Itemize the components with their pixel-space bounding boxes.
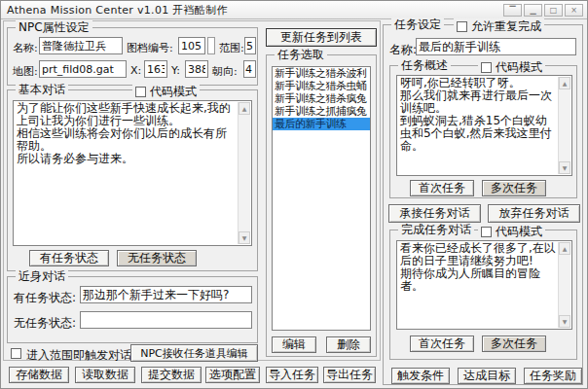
basic-dialog-group-label: 基本对话 xyxy=(16,83,68,96)
abandon-task-dialog-button[interactable]: 放弃任务对话 xyxy=(488,204,580,223)
export-task-button[interactable]: 导出任务 xyxy=(323,367,376,383)
basic-code-mode-label: 代码模式 xyxy=(150,84,197,100)
update-task-list-button[interactable]: 更新任务到列表 xyxy=(266,28,377,47)
near-dialog-group: 近身对话 有任务状态: 无任务状态: xyxy=(7,276,258,343)
trigger-range-checkbox[interactable] xyxy=(11,348,21,359)
map-input[interactable] xyxy=(39,60,127,78)
complete-dialog-group: 完成任务对话 代码模式 看来你已经成长了很多了,在以后的日子里请继续努力吧! 期… xyxy=(389,230,577,360)
task-summary-group: 任务概述 代码模式 呀呵,你已经转职了呀。 那么我们就来再进行最后一次训练吧。 … xyxy=(389,65,577,198)
facing-label: 朝向: xyxy=(212,64,238,79)
app-window: Athena Mission Center v1.01 开裆酷制作 ▔ ▁ □ … xyxy=(0,0,588,389)
allow-repeat-checkbox[interactable] xyxy=(457,21,467,32)
complete-code-mode-label: 代码模式 xyxy=(496,224,542,240)
near-has-task-label: 有任务状态: xyxy=(14,290,76,306)
task-name-label: 名称: xyxy=(389,42,417,58)
trigger-range-label: 进入范围即触发对话框 xyxy=(26,347,143,364)
basic-dialog-scrollbar[interactable]: ▲ ▼ xyxy=(238,102,250,244)
options-config-button[interactable]: 选项配置 xyxy=(205,367,260,383)
task-summary-textarea[interactable]: 呀呵,你已经转职了呀。 那么我们就来再进行最后一次训练吧。 到蚂蚁洞去,猎杀15… xyxy=(396,75,572,176)
npc-settings-group: NPC属性设定 名称: 图档编号: 范围: 地图: X: Y: 朝向: xyxy=(7,27,258,86)
y-label: Y: xyxy=(171,64,180,77)
task-list-item-selected[interactable]: 最后的新手训练 xyxy=(273,118,370,130)
submit-data-button[interactable]: 提交数据 xyxy=(141,367,202,383)
load-data-button[interactable]: 读取数据 xyxy=(75,367,135,383)
edit-task-button[interactable]: 编辑 xyxy=(272,336,316,353)
task-select-group: 任务选取 新手训练之猎杀波利 新手训练之猎杀虫蛹 新手训练之猎杀疯兔 新手训练之… xyxy=(266,54,377,357)
complete-multi-task-button[interactable]: 多次任务 xyxy=(482,336,546,352)
task-list-item[interactable]: 新手训练之抓捕疯兔 xyxy=(273,105,370,118)
npc-settings-group-label: NPC属性设定 xyxy=(16,20,92,34)
task-settings-group: 任务设定 允许重复完成 名称: 任务概述 代码模式 呀呵,你已经转职了呀。 那么… xyxy=(383,24,583,385)
near-has-task-input[interactable] xyxy=(80,286,252,303)
allow-repeat-wrap: 允许重复完成 xyxy=(454,18,544,35)
complete-dialog-scrollbar[interactable]: ▲ ▼ xyxy=(558,242,570,328)
summary-code-mode-checkbox[interactable] xyxy=(481,62,492,73)
scroll-down-icon[interactable]: ▼ xyxy=(559,161,570,174)
near-no-task-input[interactable] xyxy=(80,311,252,329)
summary-code-mode-label: 代码模式 xyxy=(496,59,542,76)
task-list-item[interactable]: 新手训练之猎杀疯兔 xyxy=(273,92,370,105)
map-label: 地图: xyxy=(13,64,38,79)
task-summary-group-label: 任务概述 xyxy=(398,58,451,72)
window-title: Athena Mission Center v1.01 开裆酷制作 xyxy=(1,3,228,18)
basic-dialog-group: 基本对话 代码模式 为了能让你们这些新手快速成长起来,我的上司让我为你们进行一些… xyxy=(7,89,258,271)
no-task-state-button[interactable]: 无任务状态 xyxy=(117,250,197,266)
shade-icon[interactable]: ▔ xyxy=(503,4,522,17)
range-input[interactable] xyxy=(244,37,256,54)
near-dialog-group-label: 近身对话 xyxy=(16,269,68,283)
task-reward-button[interactable]: 任务奖励 xyxy=(524,368,582,384)
accept-task-dialog-button[interactable]: 承接任务对话 xyxy=(388,204,481,223)
scroll-down-icon[interactable]: ▼ xyxy=(239,231,250,244)
summary-code-mode-wrap: 代码模式 xyxy=(478,59,545,76)
complete-dialog-text: 看来你已经成长了很多了,在以后的日子里请继续努力吧! 期待你成为人所瞩目的冒险者… xyxy=(398,242,557,328)
sprite-id-input[interactable] xyxy=(178,37,205,54)
task-summary-scrollbar[interactable]: ▲ ▼ xyxy=(558,77,570,174)
y-input[interactable] xyxy=(185,60,208,78)
maximize-icon[interactable]: □ xyxy=(544,4,563,17)
scroll-up-icon[interactable]: ▲ xyxy=(559,77,570,89)
basic-dialog-text: 为了能让你们这些新手快速成长起来,我的上司让我为你们进行一些训练。 相信这些训练… xyxy=(15,102,237,244)
title-bar[interactable]: Athena Mission Center v1.01 开裆酷制作 ▔ ▁ □ … xyxy=(1,1,587,19)
summary-first-task-button[interactable]: 首次任务 xyxy=(410,180,474,196)
range-label: 范围: xyxy=(219,41,244,55)
task-summary-text: 呀呵,你已经转职了呀。 那么我们就来再进行最后一次训练吧。 到蚂蚁洞去,猎杀15… xyxy=(398,77,557,174)
scroll-down-icon[interactable]: ▼ xyxy=(559,315,570,328)
complete-code-mode-checkbox[interactable] xyxy=(481,227,492,237)
complete-first-task-button[interactable]: 首次任务 xyxy=(410,336,474,352)
allow-repeat-label: 允许重复完成 xyxy=(471,18,541,35)
complete-code-mode-wrap: 代码模式 xyxy=(478,224,545,240)
window-controls: ▔ ▁ □ × xyxy=(503,4,583,17)
x-input[interactable] xyxy=(144,60,167,78)
save-data-button[interactable]: 存储数据 xyxy=(9,367,69,383)
scroll-up-icon[interactable]: ▲ xyxy=(559,242,570,255)
basic-code-mode-wrap: 代码模式 xyxy=(132,84,200,100)
achieve-goal-button[interactable]: 达成目标 xyxy=(458,368,516,384)
task-list-item[interactable]: 新手训练之猎杀波利 xyxy=(273,67,370,80)
npc-name-label: 名称: xyxy=(13,41,38,55)
sprite-id-spinner[interactable] xyxy=(207,37,215,54)
x-label: X: xyxy=(130,64,141,77)
trigger-condition-button[interactable]: 触发条件 xyxy=(391,368,450,384)
import-task-button[interactable]: 导入任务 xyxy=(266,367,318,383)
complete-dialog-group-label: 完成任务对话 xyxy=(398,223,474,236)
task-list-items: 新手训练之猎杀波利 新手训练之猎杀虫蛹 新手训练之猎杀疯兔 新手训练之抓捕疯兔 … xyxy=(273,67,370,130)
scroll-up-icon[interactable]: ▲ xyxy=(239,102,250,115)
minimize-icon[interactable]: ▁ xyxy=(524,4,542,17)
has-task-state-button[interactable]: 有任务状态 xyxy=(29,250,109,266)
task-list-item[interactable]: 新手训练之猎杀虫蛹 xyxy=(273,80,370,92)
near-no-task-label: 无任务状态: xyxy=(14,315,76,332)
basic-code-mode-checkbox[interactable] xyxy=(135,87,146,97)
basic-dialog-textarea[interactable]: 为了能让你们这些新手快速成长起来,我的上司让我为你们进行一些训练。 相信这些训练… xyxy=(13,100,252,246)
facing-input[interactable] xyxy=(243,60,256,78)
delete-task-button[interactable]: 删除 xyxy=(326,336,371,353)
summary-multi-task-button[interactable]: 多次任务 xyxy=(482,180,546,196)
task-settings-group-label: 任务设定 xyxy=(391,18,444,31)
complete-dialog-textarea[interactable]: 看来你已经成长了很多了,在以后的日子里请继续努力吧! 期待你成为人所瞩目的冒险者… xyxy=(396,240,572,330)
task-select-group-label: 任务选取 xyxy=(275,48,327,61)
task-listbox[interactable]: 新手训练之猎杀波利 新手训练之猎杀虫蛹 新手训练之猎杀疯兔 新手训练之抓捕疯兔 … xyxy=(272,66,371,331)
close-icon[interactable]: × xyxy=(565,4,583,17)
npc-item-edit-button[interactable]: NPC接收任务道具编辑 xyxy=(130,344,258,362)
npc-name-input[interactable] xyxy=(39,37,123,54)
task-name-input[interactable] xyxy=(416,38,576,55)
sprite-id-label: 图档编号: xyxy=(127,41,173,55)
